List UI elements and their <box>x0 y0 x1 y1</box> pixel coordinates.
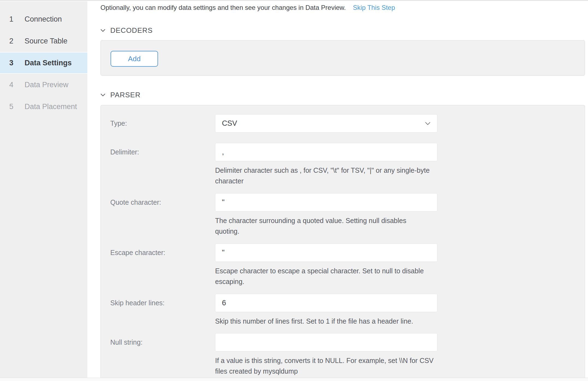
step-label: Source Table <box>25 37 67 45</box>
skip-header-lines-help-text: Skip this number of lines first. Set to … <box>215 316 570 327</box>
delimiter-label: Delimiter: <box>110 143 209 161</box>
escape-character-help-text: Escape character to escape a special cha… <box>215 266 570 287</box>
quote-character-label: Quote character: <box>110 193 209 212</box>
delimiter-input[interactable] <box>215 143 437 161</box>
step-number: 3 <box>9 59 20 67</box>
quote-character-help-text: The character surrounding a quoted value… <box>215 215 570 237</box>
chevron-down-icon <box>425 122 430 125</box>
step-label: Connection <box>25 15 62 24</box>
sidebar-step-data-settings[interactable]: 3 Data Settings <box>0 52 87 74</box>
type-label: Type: <box>110 114 209 133</box>
step-label: Data Preview <box>25 81 69 89</box>
add-decoder-button[interactable]: Add <box>111 51 158 67</box>
step-label: Data Placement <box>25 102 77 111</box>
step-number: 4 <box>9 81 20 89</box>
decoders-panel: Add <box>100 40 585 75</box>
skip-header-lines-label: Skip header lines: <box>110 294 209 312</box>
parser-section-header[interactable]: PARSER <box>100 91 141 99</box>
sidebar-step-data-placement[interactable]: 5 Data Placement <box>0 96 87 118</box>
horizontal-scrollbar-track[interactable] <box>0 378 588 381</box>
parser-panel: Type: CSV Delimiter: Delimiter character… <box>100 105 585 378</box>
null-string-label: Null string: <box>110 333 209 351</box>
step-number: 1 <box>9 15 20 24</box>
sidebar-step-source-table[interactable]: 2 Source Table <box>0 30 87 52</box>
step-number: 5 <box>9 102 20 111</box>
type-selected-value: CSV <box>222 119 237 127</box>
quote-character-input[interactable] <box>215 193 437 212</box>
intro-text: Optionally, you can modify data settings… <box>100 4 346 11</box>
intro-row: Optionally, you can modify data settings… <box>100 4 395 11</box>
decoders-section-title: DECODERS <box>110 26 153 35</box>
main-content: Optionally, you can modify data settings… <box>87 1 588 378</box>
escape-character-label: Escape character: <box>110 244 209 262</box>
null-string-input[interactable] <box>215 333 437 351</box>
step-label: Data Settings <box>25 59 72 67</box>
skip-header-lines-input[interactable] <box>215 294 437 312</box>
parser-section-title: PARSER <box>110 91 141 99</box>
chevron-down-icon <box>100 29 105 32</box>
escape-character-input[interactable] <box>215 244 437 262</box>
decoders-section-header[interactable]: DECODERS <box>100 26 153 35</box>
step-number: 2 <box>9 37 20 45</box>
sidebar-step-connection[interactable]: 1 Connection <box>0 8 87 30</box>
sidebar-step-data-preview[interactable]: 4 Data Preview <box>0 74 87 96</box>
type-select[interactable]: CSV <box>215 114 437 133</box>
steps-sidebar: 1 Connection 2 Source Table 3 Data Setti… <box>0 1 87 378</box>
null-string-help-text: If a value is this string, converts it t… <box>215 355 570 377</box>
delimiter-help-text: Delimiter character such as , for CSV, "… <box>215 165 570 186</box>
chevron-down-icon <box>100 93 105 96</box>
skip-this-step-link[interactable]: Skip This Step <box>353 4 395 11</box>
